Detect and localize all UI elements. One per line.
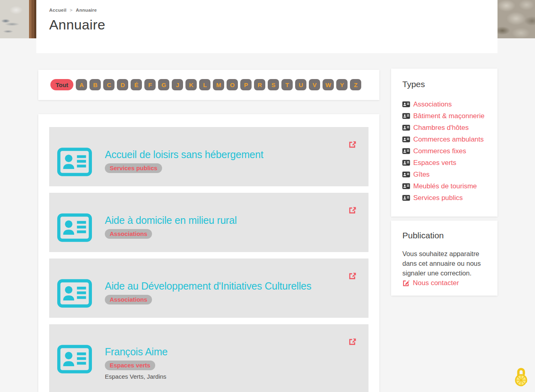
filter-letter-button[interactable]: J bbox=[172, 79, 183, 90]
filter-letter-button[interactable]: Y bbox=[336, 79, 348, 90]
address-card-icon bbox=[402, 171, 410, 177]
filter-letter-button[interactable]: É bbox=[131, 79, 142, 90]
type-filter-link[interactable]: Meublés de tourisme bbox=[402, 180, 486, 192]
address-card-icon bbox=[57, 148, 92, 176]
type-filter-label: Bâtiment & maçonnerie bbox=[413, 112, 485, 120]
page-header: Accueil>Annuaire Annuaire bbox=[36, 0, 498, 53]
breadcrumb: Accueil>Annuaire bbox=[49, 8, 498, 13]
type-filter-label: Espaces verts bbox=[413, 159, 456, 167]
filter-letter-button[interactable]: A bbox=[76, 79, 87, 90]
type-filter-link[interactable]: Chambres d'hôtes bbox=[402, 122, 486, 133]
publication-title: Publication bbox=[402, 231, 486, 240]
address-card-icon bbox=[402, 113, 410, 119]
filter-letter-button[interactable]: S bbox=[268, 79, 279, 90]
entry-category-badge: Services publics bbox=[105, 163, 162, 173]
external-link-icon[interactable] bbox=[348, 206, 356, 214]
entry-title-link[interactable]: Aide au Développement d'Initiatives Cult… bbox=[105, 280, 336, 292]
entry-category-badge: Associations bbox=[105, 229, 152, 239]
edit-pencil-icon bbox=[402, 279, 410, 287]
type-filter-link[interactable]: Associations bbox=[402, 98, 486, 110]
type-filter-link[interactable]: Commerces ambulants bbox=[402, 133, 486, 145]
filter-letter-button[interactable]: R bbox=[254, 79, 265, 90]
directory-entry: François Aime Espaces verts Espaces Vert… bbox=[49, 324, 368, 392]
external-link-icon[interactable] bbox=[348, 140, 356, 148]
address-card-icon bbox=[402, 125, 410, 131]
types-panel: Types Associations bbox=[391, 69, 498, 217]
breadcrumb-current: Annuaire bbox=[76, 8, 97, 13]
filter-letter-button[interactable]: Z bbox=[350, 79, 361, 90]
annuaire-page: Accueil>Annuaire Annuaire Tout A B C D É… bbox=[0, 0, 535, 392]
entry-title-link[interactable]: François Aime bbox=[105, 346, 336, 358]
address-card-icon bbox=[402, 148, 410, 154]
page-title: Annuaire bbox=[49, 17, 498, 33]
filter-letter-button[interactable]: U bbox=[295, 79, 306, 90]
entry-category-badge: Associations bbox=[105, 295, 152, 304]
filter-letter-button[interactable]: F bbox=[144, 79, 156, 90]
contact-link-label: Nous contacter bbox=[413, 279, 459, 287]
type-filter-link[interactable]: Espaces verts bbox=[402, 157, 486, 169]
type-filter-label: Services publics bbox=[413, 194, 463, 202]
filter-letter-button[interactable]: C bbox=[103, 79, 114, 90]
type-filter-link[interactable]: Services publics bbox=[402, 192, 486, 204]
types-list: Associations Bâtiment & maçonnerie bbox=[402, 98, 486, 204]
directory-entry: Aide à domicile en milieu rural Associat… bbox=[49, 193, 368, 252]
publication-panel: Publication Vous souhaitez apparaitre da… bbox=[391, 221, 498, 296]
contact-link[interactable]: Nous contacter bbox=[402, 279, 486, 287]
address-card-icon bbox=[57, 213, 92, 242]
filter-letter-button[interactable]: O bbox=[227, 79, 238, 90]
filter-letter-button[interactable]: P bbox=[240, 79, 252, 90]
banner-photo-right bbox=[498, 0, 535, 38]
filter-all-button[interactable]: Tout bbox=[50, 79, 73, 90]
directory-entry: Accueil de loisirs sans hébergement Serv… bbox=[49, 127, 368, 186]
lemon-padlock-icon[interactable] bbox=[514, 365, 528, 388]
address-card-icon bbox=[402, 136, 410, 142]
publication-text: Vous souhaitez apparaitre dans cet annua… bbox=[402, 249, 486, 278]
entry-description: Espaces Verts, Jardins bbox=[105, 373, 336, 380]
entry-title-link[interactable]: Aide à domicile en milieu rural bbox=[105, 214, 336, 226]
type-filter-label: Meublés de tourisme bbox=[413, 182, 477, 190]
alphabet-filter: Tout A B C D É F G J K L M O P R S bbox=[38, 70, 379, 100]
type-filter-label: Associations bbox=[413, 100, 452, 108]
filter-letter-button[interactable]: K bbox=[185, 79, 197, 90]
filter-letter-button[interactable]: G bbox=[158, 79, 169, 90]
filter-letter-button[interactable]: M bbox=[213, 79, 224, 90]
address-card-icon bbox=[402, 195, 410, 201]
types-title: Types bbox=[402, 79, 486, 89]
filter-letter-button[interactable]: D bbox=[117, 79, 128, 90]
filter-letter-button[interactable]: V bbox=[309, 79, 320, 90]
address-card-icon bbox=[57, 345, 92, 373]
entry-title-link[interactable]: Accueil de loisirs sans hébergement bbox=[105, 148, 336, 161]
type-filter-link[interactable]: Bâtiment & maçonnerie bbox=[402, 110, 486, 122]
external-link-icon[interactable] bbox=[348, 338, 356, 346]
address-card-icon bbox=[57, 279, 92, 308]
external-link-icon[interactable] bbox=[348, 272, 356, 280]
filter-letter-button[interactable]: T bbox=[281, 79, 293, 90]
filter-letter-button[interactable]: W bbox=[323, 79, 334, 90]
address-card-icon bbox=[402, 183, 410, 189]
address-card-icon bbox=[402, 160, 410, 166]
banner-photo-left bbox=[0, 0, 36, 38]
directory-entry: Aide au Développement d'Initiatives Cult… bbox=[49, 259, 368, 318]
entry-category-badge: Espaces verts bbox=[105, 361, 155, 370]
type-filter-label: Commerces fixes bbox=[413, 147, 466, 155]
filter-letter-button[interactable]: B bbox=[90, 79, 101, 90]
type-filter-label: Chambres d'hôtes bbox=[413, 124, 468, 132]
type-filter-link[interactable]: Commerces fixes bbox=[402, 145, 486, 157]
address-card-icon bbox=[402, 101, 410, 107]
type-filter-label: Gîtes bbox=[413, 171, 430, 179]
breadcrumb-home[interactable]: Accueil bbox=[49, 8, 67, 13]
filter-letter-button[interactable]: L bbox=[199, 79, 210, 90]
directory-list: Accueil de loisirs sans hébergement Serv… bbox=[38, 114, 379, 392]
type-filter-label: Commerces ambulants bbox=[413, 136, 484, 144]
breadcrumb-separator-icon: > bbox=[70, 8, 73, 13]
type-filter-link[interactable]: Gîtes bbox=[402, 169, 486, 180]
